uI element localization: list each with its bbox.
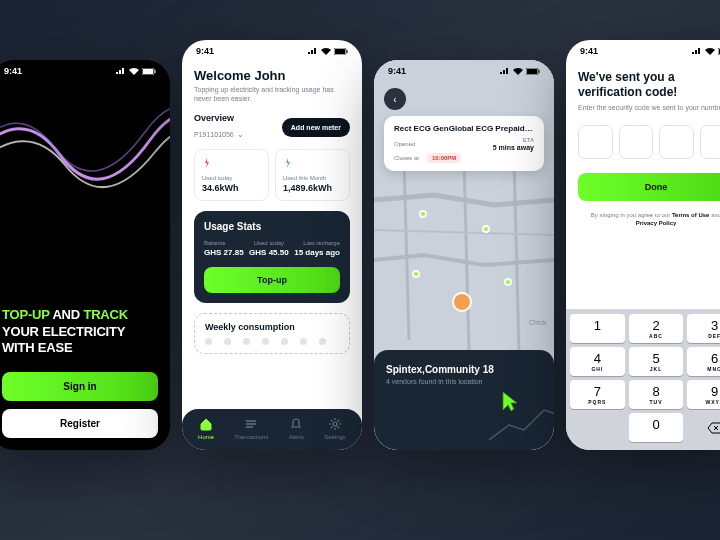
verification-subtitle: Enter the security code we sent to your … bbox=[578, 104, 720, 111]
vendor-title: Rect ECG GenGlobal ECG Prepaid Po… bbox=[394, 124, 534, 133]
vendor-marker[interactable] bbox=[419, 210, 427, 218]
closes-time-badge: 10:00PM bbox=[427, 153, 461, 163]
route-line bbox=[484, 400, 554, 450]
keypad-7[interactable]: 7PQRS bbox=[570, 380, 625, 409]
bolt-icon bbox=[283, 158, 293, 168]
status-bar: 9:41 bbox=[182, 40, 362, 58]
vendor-info-card[interactable]: Rect ECG GenGlobal ECG Prepaid Po… Opene… bbox=[384, 116, 544, 171]
verification-title: We've sent you a verification code! bbox=[578, 70, 720, 100]
onboarding-screen: 9:41 TOP-UP AND TRACKYOUR ELECTRICITY WI… bbox=[0, 60, 170, 450]
status-time: 9:41 bbox=[388, 66, 406, 76]
vendor-marker[interactable] bbox=[482, 225, 490, 233]
status-indicators bbox=[692, 48, 720, 55]
keypad-1[interactable]: 1 bbox=[570, 314, 625, 343]
backspace-icon bbox=[707, 422, 720, 434]
code-input-1[interactable] bbox=[578, 125, 613, 159]
code-input-row bbox=[578, 125, 720, 159]
keypad-blank bbox=[570, 413, 625, 442]
verification-screen: 9:41 We've sent you a verification code!… bbox=[566, 40, 720, 450]
balance-stat: BalanceGHS 27.85 bbox=[204, 240, 244, 257]
home-icon bbox=[199, 417, 213, 431]
hero-wave-graphic bbox=[0, 60, 170, 260]
numeric-keypad: 1 2ABC 3DEF 4GHI 5JKL 6MNO 7PQRS 8TUV 9W… bbox=[566, 309, 720, 450]
keypad-4[interactable]: 4GHI bbox=[570, 347, 625, 376]
privacy-link[interactable]: Privacy Policy bbox=[636, 220, 677, 226]
bottom-nav: Home Transactions Alerts Settings bbox=[182, 409, 362, 450]
status-bar: 9:41 bbox=[374, 60, 554, 78]
nav-settings[interactable]: Settings bbox=[324, 417, 346, 440]
keypad-9[interactable]: 9WXYZ bbox=[687, 380, 720, 409]
svg-rect-4 bbox=[335, 49, 345, 54]
used-month-card: Used this Month 1,489.6kWh bbox=[275, 149, 350, 201]
weekly-consumption-panel: Weekly consumption bbox=[194, 313, 350, 354]
vendor-marker[interactable] bbox=[412, 270, 420, 278]
welcome-subtitle: Topping up electricity and tracking usag… bbox=[194, 85, 350, 103]
chevron-left-icon: ‹ bbox=[393, 94, 396, 105]
top-up-button[interactable]: Top-up bbox=[204, 267, 340, 293]
onboarding-headline: TOP-UP AND TRACKYOUR ELECTRICITY WITH EA… bbox=[2, 307, 158, 356]
vendor-count: 4 vendors found in this location bbox=[386, 378, 542, 385]
meter-selector[interactable]: P191101056⌄ bbox=[194, 123, 244, 141]
used-today-card: Used today 34.6kWh bbox=[194, 149, 269, 201]
status-time: 9:41 bbox=[580, 46, 598, 56]
status-bar: 9:41 bbox=[566, 40, 720, 58]
last-recharge-stat: Last recharge15 days ago bbox=[294, 240, 340, 257]
nav-transactions[interactable]: Transactions bbox=[234, 417, 268, 440]
nav-home[interactable]: Home bbox=[198, 417, 214, 440]
keypad-8[interactable]: 8TUV bbox=[629, 380, 684, 409]
keypad-2[interactable]: 2ABC bbox=[629, 314, 684, 343]
terms-text: By singing in you agree to our Terms of … bbox=[578, 211, 720, 228]
keypad-6[interactable]: 6MNO bbox=[687, 347, 720, 376]
overview-header: Overview P191101056⌄ Add new meter bbox=[194, 113, 350, 141]
done-button[interactable]: Done bbox=[578, 173, 720, 201]
usage-stats-panel: Usage Stats BalanceGHS 27.85 Used todayG… bbox=[194, 211, 350, 303]
back-button[interactable]: ‹ bbox=[384, 88, 406, 110]
svg-rect-10 bbox=[527, 69, 537, 74]
add-new-meter-button[interactable]: Add new meter bbox=[282, 118, 350, 137]
dashboard-screen: 9:41 Welcome John Topping up electricity… bbox=[182, 40, 362, 450]
svg-rect-11 bbox=[539, 70, 540, 73]
code-input-3[interactable] bbox=[659, 125, 694, 159]
svg-rect-5 bbox=[347, 50, 348, 53]
status-time: 9:41 bbox=[196, 46, 214, 56]
terms-link[interactable]: Terms of Use bbox=[672, 212, 710, 218]
user-location-avatar[interactable] bbox=[452, 292, 472, 312]
svg-text:Chick: Chick bbox=[529, 319, 547, 326]
location-title: Spintex,Community 18 bbox=[386, 364, 542, 375]
keypad-5[interactable]: 5JKL bbox=[629, 347, 684, 376]
vendor-list-sheet[interactable]: Spintex,Community 18 4 vendors found in … bbox=[374, 350, 554, 450]
map-screen: Chick 9:41 ‹ Rect ECG GenGlobal ECG Prep… bbox=[374, 60, 554, 450]
usage-stats-title: Usage Stats bbox=[204, 221, 340, 232]
sign-in-button[interactable]: Sign in bbox=[2, 372, 158, 401]
vendor-marker[interactable] bbox=[504, 278, 512, 286]
keypad-0[interactable]: 0 bbox=[629, 413, 684, 442]
status-indicators bbox=[500, 68, 540, 75]
svg-point-6 bbox=[333, 422, 337, 426]
code-input-2[interactable] bbox=[619, 125, 654, 159]
alerts-icon bbox=[289, 417, 303, 431]
vendor-eta: ETA 5 mins away bbox=[493, 137, 534, 151]
settings-icon bbox=[328, 417, 342, 431]
welcome-heading: Welcome John bbox=[194, 68, 350, 83]
keypad-delete[interactable] bbox=[687, 413, 720, 442]
weekly-dots bbox=[205, 338, 339, 345]
code-input-4[interactable] bbox=[700, 125, 721, 159]
nav-alerts[interactable]: Alerts bbox=[289, 417, 304, 440]
used-today-stat: Used todayGHS 45.50 bbox=[249, 240, 289, 257]
bolt-icon bbox=[202, 158, 212, 168]
overview-label: Overview bbox=[194, 113, 244, 123]
status-indicators bbox=[308, 48, 348, 55]
register-button[interactable]: Register bbox=[2, 409, 158, 438]
keypad-3[interactable]: 3DEF bbox=[687, 314, 720, 343]
transactions-icon bbox=[244, 417, 258, 431]
chevron-down-icon: ⌄ bbox=[237, 130, 244, 139]
